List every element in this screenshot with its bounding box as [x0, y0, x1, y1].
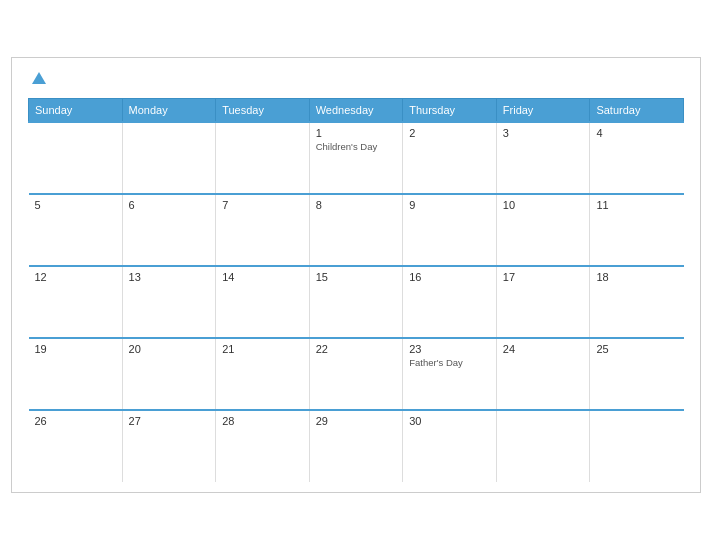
weekday-header-monday: Monday	[122, 99, 216, 123]
day-number: 11	[596, 199, 677, 211]
calendar-cell: 14	[216, 266, 310, 338]
weekday-header-wednesday: Wednesday	[309, 99, 403, 123]
calendar-cell: 15	[309, 266, 403, 338]
day-number: 26	[35, 415, 116, 427]
calendar-week-row: 1Children's Day234	[29, 122, 684, 194]
calendar-header-row: SundayMondayTuesdayWednesdayThursdayFrid…	[29, 99, 684, 123]
holiday-label: Children's Day	[316, 141, 397, 152]
day-number: 9	[409, 199, 490, 211]
day-number: 20	[129, 343, 210, 355]
logo	[28, 74, 46, 84]
weekday-header-thursday: Thursday	[403, 99, 497, 123]
calendar-cell: 19	[29, 338, 123, 410]
calendar-cell: 18	[590, 266, 684, 338]
calendar-body: 1Children's Day2345678910111213141516171…	[29, 122, 684, 482]
day-number: 25	[596, 343, 677, 355]
day-number: 8	[316, 199, 397, 211]
calendar-cell: 20	[122, 338, 216, 410]
calendar-cell: 26	[29, 410, 123, 482]
calendar-header	[28, 74, 684, 84]
calendar-cell: 24	[496, 338, 590, 410]
calendar-grid: SundayMondayTuesdayWednesdayThursdayFrid…	[28, 98, 684, 482]
calendar-cell: 25	[590, 338, 684, 410]
calendar-cell	[590, 410, 684, 482]
day-number: 18	[596, 271, 677, 283]
day-number: 30	[409, 415, 490, 427]
day-number: 12	[35, 271, 116, 283]
day-number: 13	[129, 271, 210, 283]
logo-general-text	[28, 74, 46, 84]
day-number: 22	[316, 343, 397, 355]
calendar-cell	[122, 122, 216, 194]
weekday-header-friday: Friday	[496, 99, 590, 123]
calendar-cell	[216, 122, 310, 194]
day-number: 6	[129, 199, 210, 211]
calendar-cell: 1Children's Day	[309, 122, 403, 194]
calendar-week-row: 567891011	[29, 194, 684, 266]
calendar-cell: 8	[309, 194, 403, 266]
calendar-cell: 28	[216, 410, 310, 482]
weekday-header-saturday: Saturday	[590, 99, 684, 123]
day-number: 1	[316, 127, 397, 139]
day-number: 16	[409, 271, 490, 283]
day-number: 10	[503, 199, 584, 211]
day-number: 4	[596, 127, 677, 139]
calendar-week-row: 1920212223Father's Day2425	[29, 338, 684, 410]
calendar-cell: 6	[122, 194, 216, 266]
calendar-cell: 22	[309, 338, 403, 410]
calendar-cell: 4	[590, 122, 684, 194]
day-number: 3	[503, 127, 584, 139]
calendar-cell: 16	[403, 266, 497, 338]
calendar-cell: 9	[403, 194, 497, 266]
calendar-week-row: 12131415161718	[29, 266, 684, 338]
calendar-cell: 5	[29, 194, 123, 266]
calendar-cell	[496, 410, 590, 482]
calendar-cell: 3	[496, 122, 590, 194]
holiday-label: Father's Day	[409, 357, 490, 368]
calendar-cell: 11	[590, 194, 684, 266]
calendar-cell: 21	[216, 338, 310, 410]
day-number: 2	[409, 127, 490, 139]
day-number: 29	[316, 415, 397, 427]
logo-triangle-icon	[32, 72, 46, 84]
calendar-cell: 29	[309, 410, 403, 482]
day-number: 27	[129, 415, 210, 427]
calendar-container: SundayMondayTuesdayWednesdayThursdayFrid…	[11, 57, 701, 493]
day-number: 15	[316, 271, 397, 283]
day-number: 7	[222, 199, 303, 211]
day-number: 17	[503, 271, 584, 283]
weekday-header-sunday: Sunday	[29, 99, 123, 123]
day-number: 14	[222, 271, 303, 283]
day-number: 24	[503, 343, 584, 355]
calendar-cell: 17	[496, 266, 590, 338]
calendar-cell: 7	[216, 194, 310, 266]
day-number: 23	[409, 343, 490, 355]
calendar-cell: 13	[122, 266, 216, 338]
weekday-header-tuesday: Tuesday	[216, 99, 310, 123]
day-number: 28	[222, 415, 303, 427]
calendar-cell: 27	[122, 410, 216, 482]
day-number: 19	[35, 343, 116, 355]
calendar-cell: 30	[403, 410, 497, 482]
calendar-cell: 2	[403, 122, 497, 194]
calendar-cell: 23Father's Day	[403, 338, 497, 410]
day-number: 21	[222, 343, 303, 355]
calendar-cell	[29, 122, 123, 194]
calendar-cell: 12	[29, 266, 123, 338]
day-number: 5	[35, 199, 116, 211]
calendar-cell: 10	[496, 194, 590, 266]
calendar-week-row: 2627282930	[29, 410, 684, 482]
